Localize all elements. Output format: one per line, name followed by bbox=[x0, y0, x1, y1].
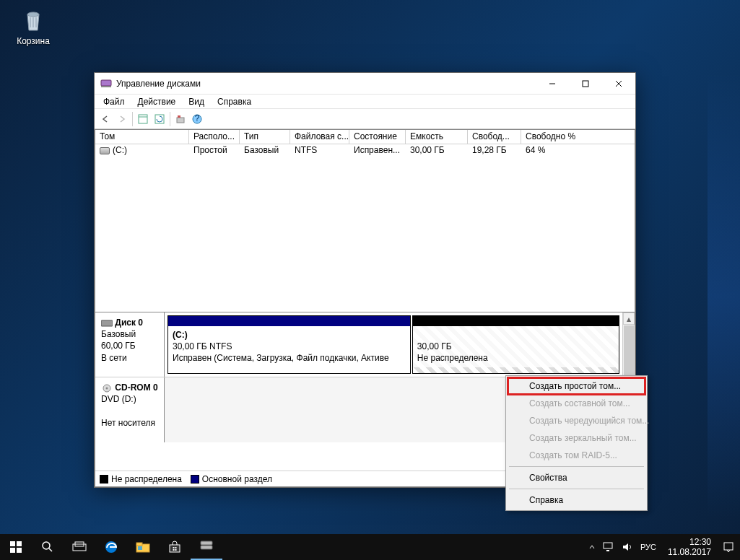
windows-icon bbox=[10, 541, 22, 553]
disk-stack-icon bbox=[199, 540, 214, 553]
svg-rect-4 bbox=[583, 81, 588, 87]
menu-properties[interactable]: Свойства bbox=[508, 469, 645, 486]
forward-button[interactable] bbox=[114, 111, 130, 127]
diskmgmt-taskbar-button[interactable] bbox=[191, 534, 222, 560]
col-free[interactable]: Свобод... bbox=[468, 130, 521, 144]
col-capacity[interactable]: Емкость bbox=[406, 130, 468, 144]
volume-list-header[interactable]: Том Располо... Тип Файловая с... Состоян… bbox=[95, 130, 635, 144]
svg-line-22 bbox=[49, 548, 52, 551]
col-volume[interactable]: Том bbox=[95, 130, 189, 144]
minimize-button[interactable] bbox=[536, 73, 569, 95]
taskbar: РУС 12:30 11.08.2017 bbox=[0, 534, 740, 560]
disk-row: Диск 0 Базовый 60,00 ГБ В сети (C:) 30,0… bbox=[95, 312, 622, 377]
menubar: Файл Действие Вид Справка bbox=[95, 95, 635, 109]
recycle-bin-label: Корзина bbox=[17, 36, 50, 46]
svg-rect-1 bbox=[101, 80, 111, 86]
volume-list[interactable]: Том Располо... Тип Файловая с... Состоян… bbox=[95, 129, 635, 312]
toolbar: ? bbox=[95, 109, 635, 129]
svg-rect-17 bbox=[10, 541, 15, 546]
recycle-bin[interactable]: Корзина bbox=[13, 6, 53, 46]
help-icon[interactable]: ? bbox=[189, 111, 205, 127]
svg-rect-31 bbox=[175, 547, 177, 548]
tray-chevron-icon[interactable] bbox=[588, 543, 596, 551]
menu-create-spanned-volume: Создать составной том... bbox=[508, 395, 645, 412]
col-status[interactable]: Состояние bbox=[349, 130, 406, 144]
folder-icon bbox=[136, 541, 150, 553]
settings-icon[interactable] bbox=[173, 111, 188, 127]
menu-action[interactable]: Действие bbox=[132, 95, 182, 108]
svg-rect-38 bbox=[724, 543, 733, 550]
svg-rect-30 bbox=[173, 547, 175, 548]
task-view-button[interactable] bbox=[64, 534, 95, 560]
system-tray: РУС 12:30 11.08.2017 bbox=[588, 537, 740, 558]
clock[interactable]: 12:30 11.08.2017 bbox=[663, 537, 715, 558]
svg-rect-29 bbox=[170, 545, 180, 552]
svg-text:?: ? bbox=[195, 114, 200, 123]
drive-icon bbox=[100, 147, 110, 154]
col-type[interactable]: Тип bbox=[240, 130, 290, 144]
partition-primary[interactable]: (C:) 30,00 ГБ NTFS Исправен (Система, За… bbox=[167, 315, 411, 374]
svg-rect-34 bbox=[201, 541, 212, 545]
svg-rect-28 bbox=[138, 546, 142, 550]
svg-point-16 bbox=[106, 387, 108, 389]
store-button[interactable] bbox=[159, 534, 191, 560]
svg-rect-7 bbox=[139, 115, 147, 123]
maximize-button[interactable] bbox=[569, 73, 602, 95]
edge-icon bbox=[105, 541, 118, 554]
recycle-bin-icon bbox=[19, 6, 48, 35]
menu-create-simple-volume[interactable]: Создать простой том... bbox=[508, 377, 645, 395]
language-indicator[interactable]: РУС bbox=[640, 543, 656, 551]
menu-help[interactable]: Справка bbox=[508, 491, 645, 509]
svg-rect-33 bbox=[175, 549, 177, 551]
menu-help[interactable]: Справка bbox=[212, 95, 257, 108]
col-layout[interactable]: Располо... bbox=[189, 130, 240, 144]
scroll-up-icon[interactable]: ▴ bbox=[623, 312, 635, 325]
close-button[interactable] bbox=[602, 73, 635, 95]
notifications-icon[interactable] bbox=[723, 541, 734, 553]
volume-icon[interactable] bbox=[622, 542, 633, 552]
refresh-icon[interactable] bbox=[152, 111, 167, 127]
edge-button[interactable] bbox=[95, 534, 127, 560]
scroll-thumb[interactable] bbox=[624, 325, 634, 383]
titlebar[interactable]: Управление дисками bbox=[95, 73, 635, 95]
network-icon[interactable] bbox=[603, 542, 614, 552]
search-button[interactable] bbox=[32, 534, 64, 560]
svg-rect-27 bbox=[136, 543, 142, 546]
start-button[interactable] bbox=[0, 534, 32, 560]
svg-rect-19 bbox=[10, 548, 15, 553]
svg-point-0 bbox=[27, 12, 39, 17]
svg-rect-11 bbox=[178, 115, 180, 118]
svg-rect-35 bbox=[201, 546, 212, 549]
svg-rect-2 bbox=[101, 86, 111, 87]
app-icon bbox=[100, 78, 112, 89]
col-freepct[interactable]: Свободно % bbox=[521, 130, 588, 144]
svg-rect-32 bbox=[173, 549, 175, 551]
svg-rect-20 bbox=[17, 548, 22, 553]
svg-rect-14 bbox=[101, 320, 113, 326]
menu-create-raid5-volume: Создать том RAID-5... bbox=[508, 447, 645, 464]
svg-rect-37 bbox=[606, 550, 609, 551]
explorer-button[interactable] bbox=[127, 534, 159, 560]
disk-icon bbox=[101, 319, 113, 328]
menu-file[interactable]: Файл bbox=[97, 95, 131, 108]
menu-create-mirrored-volume: Создать зеркальный том... bbox=[508, 429, 645, 447]
svg-rect-36 bbox=[604, 543, 612, 548]
svg-rect-18 bbox=[17, 541, 22, 546]
menu-create-striped-volume: Создать чередующийся том... bbox=[508, 412, 645, 429]
store-icon bbox=[168, 541, 181, 554]
window-title: Управление дисками bbox=[116, 79, 536, 89]
col-fs[interactable]: Файловая с... bbox=[290, 130, 349, 144]
svg-point-21 bbox=[43, 542, 50, 549]
context-menu: Создать простой том... Создать составной… bbox=[505, 375, 648, 511]
partition-unallocated[interactable]: 30,00 ГБ Не распределена bbox=[412, 315, 619, 374]
search-icon bbox=[41, 541, 54, 554]
view-icon[interactable] bbox=[135, 111, 151, 127]
cdrom-icon bbox=[101, 384, 113, 393]
task-view-icon bbox=[72, 541, 87, 553]
back-button[interactable] bbox=[97, 111, 113, 127]
menu-view[interactable]: Вид bbox=[183, 95, 210, 108]
disk-info[interactable]: Диск 0 Базовый 60,00 ГБ В сети bbox=[95, 312, 165, 377]
disk-info[interactable]: CD-ROM 0 DVD (D:) Нет носителя bbox=[95, 377, 165, 442]
svg-rect-10 bbox=[177, 118, 184, 123]
table-row[interactable]: (C:) Простой Базовый NTFS Исправен... 30… bbox=[95, 144, 635, 157]
